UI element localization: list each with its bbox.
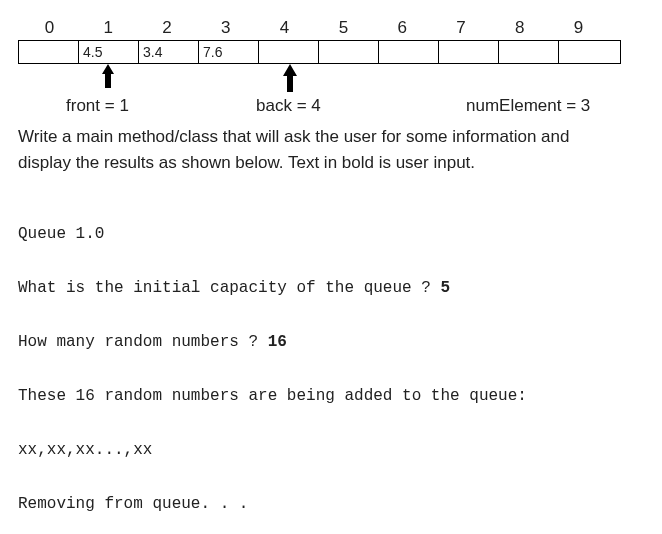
numelement-label: numElement = 3 [466,96,590,116]
array-cell [379,41,439,63]
index-label: 0 [20,18,79,38]
index-label: 3 [196,18,255,38]
index-label: 5 [314,18,373,38]
index-label: 6 [373,18,432,38]
cell-row: 4.5 3.4 7.6 [18,40,621,64]
queue-array-diagram: 0 1 2 3 4 5 6 7 8 9 4.5 3.4 7.6 front = … [18,18,608,64]
output-line: These 16 random numbers are being added … [18,387,608,405]
array-cell [19,41,79,63]
array-cell [499,41,559,63]
front-pointer-label: front = 1 [66,96,129,116]
sample-output: Queue 1.0 What is the initial capacity o… [18,189,608,534]
array-cell [319,41,379,63]
index-label: 4 [255,18,314,38]
index-label: 9 [549,18,608,38]
index-label: 8 [490,18,549,38]
front-arrow-icon [99,64,117,88]
back-arrow-icon [281,64,299,92]
array-cell [439,41,499,63]
index-label: 2 [138,18,197,38]
back-pointer-label: back = 4 [256,96,321,116]
user-input: 16 [268,333,287,351]
array-cell [559,41,619,63]
output-line: Removing from queue. . . [18,495,608,513]
index-label: 1 [79,18,138,38]
array-cell [259,41,319,63]
array-cell: 3.4 [139,41,199,63]
array-cell: 4.5 [79,41,139,63]
output-line: Queue 1.0 [18,225,608,243]
index-row: 0 1 2 3 4 5 6 7 8 9 [18,18,608,38]
output-line: How many random numbers ? 16 [18,333,608,351]
index-label: 7 [432,18,491,38]
user-input: 5 [440,279,450,297]
output-line: What is the initial capacity of the queu… [18,279,608,297]
array-cell: 7.6 [199,41,259,63]
output-line: xx,xx,xx...,xx [18,441,608,459]
problem-instruction: Write a main method/class that will ask … [18,124,608,175]
